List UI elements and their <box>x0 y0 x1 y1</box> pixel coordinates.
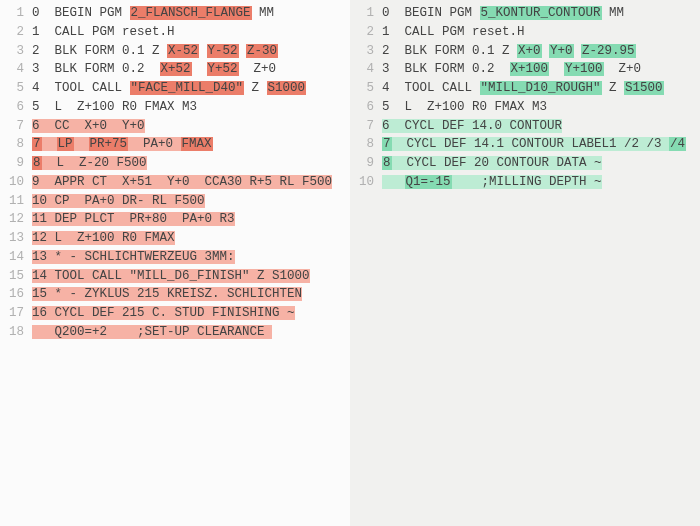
code-line: 3 BLK FORM 0.2 X+100 Y+100 Z+0 <box>382 60 692 79</box>
code-line: 6 CC X+0 Y+0 <box>32 117 342 136</box>
diff-word: /4 <box>669 137 686 151</box>
code-row: 1413 * - SCHLICHTWERZEUG 3MM: <box>8 248 342 267</box>
code-row: 43 BLK FORM 0.2 X+52 Y+52 Z+0 <box>8 60 342 79</box>
line-number: 13 <box>8 229 32 248</box>
code-row: 1716 CYCL DEF 215 C. STUD FINISHING ~ <box>8 304 342 323</box>
diff-line: CYCL DEF 14.1 CONTOUR LABEL1 /2 /3 <box>392 137 670 151</box>
code-line: 5 L Z+100 R0 FMAX M3 <box>32 98 342 117</box>
code-text: 3 BLK FORM 0.2 <box>382 62 510 76</box>
diff-word: Q1=-15 <box>405 175 452 189</box>
line-number: 6 <box>8 98 32 117</box>
code-row: 32 BLK FORM 0.1 Z X-52 Y-52 Z-30 <box>8 42 342 61</box>
line-number: 4 <box>358 60 382 79</box>
code-line: 0 BEGIN PGM 5_KONTUR_CONTOUR MM <box>382 4 692 23</box>
diff-word: Y+52 <box>207 62 239 76</box>
code-line: 12 L Z+100 R0 FMAX <box>32 229 342 248</box>
line-number: 17 <box>8 304 32 323</box>
diff-word: PR+75 <box>89 137 129 151</box>
code-text: 1 CALL PGM reset.H <box>32 25 175 39</box>
line-number: 1 <box>8 4 32 23</box>
code-row: 87 LP PR+75 PA+0 FMAX <box>8 135 342 154</box>
diff-word: Y+0 <box>549 44 574 58</box>
code-line: 2 BLK FORM 0.1 Z X+0 Y+0 Z-29.95 <box>382 42 692 61</box>
diff-word: FMAX <box>181 137 213 151</box>
diff-word: "MILL_D10_ROUGH" <box>480 81 602 95</box>
line-number: 18 <box>8 323 32 342</box>
code-line: Q1=-15 ;MILLING DEPTH ~ <box>382 173 692 192</box>
code-row: 76 CYCL DEF 14.0 CONTOUR <box>358 117 692 136</box>
code-row: 10 BEGIN PGM 2_FLANSCH_FLANGE MM <box>8 4 342 23</box>
code-row: 1110 CP PA+0 DR- RL F500 <box>8 192 342 211</box>
code-text: 4 TOOL CALL <box>32 81 130 95</box>
diff-word: X+0 <box>517 44 542 58</box>
line-number: 6 <box>358 98 382 117</box>
diff-word: 2_FLANSCH_FLANGE <box>130 6 252 20</box>
code-line: 8 L Z-20 F500 <box>32 154 342 173</box>
code-line: 1 CALL PGM reset.H <box>32 23 342 42</box>
code-text: MM <box>602 6 625 20</box>
line-number: 9 <box>358 154 382 173</box>
line-number: 1 <box>358 4 382 23</box>
diff-pane-right: 10 BEGIN PGM 5_KONTUR_CONTOUR MM21 CALL … <box>350 0 700 526</box>
diff-word: X+100 <box>510 62 550 76</box>
code-line: Q200=+2 ;SET-UP CLEARANCE <box>32 323 342 342</box>
code-text: 3 BLK FORM 0.2 <box>32 62 160 76</box>
code-line: 2 BLK FORM 0.1 Z X-52 Y-52 Z-30 <box>32 42 342 61</box>
code-row: 87 CYCL DEF 14.1 CONTOUR LABEL1 /2 /3 /4 <box>358 135 692 154</box>
code-line: 8 CYCL DEF 20 CONTOUR DATA ~ <box>382 154 692 173</box>
code-row: 18 Q200=+2 ;SET-UP CLEARANCE <box>8 323 342 342</box>
code-line: 5 L Z+100 R0 FMAX M3 <box>382 98 692 117</box>
diff-word: Z-30 <box>246 44 278 58</box>
line-number: 5 <box>358 79 382 98</box>
code-text: 4 TOOL CALL <box>382 81 480 95</box>
diff-line: 6 CYCL DEF 14.0 CONTOUR <box>382 119 562 133</box>
code-text: 2 BLK FORM 0.1 Z <box>382 44 517 58</box>
diff-line: 14 TOOL CALL "MILL_D6_FINISH" Z S1000 <box>32 269 310 283</box>
line-number: 11 <box>8 192 32 211</box>
code-line: 15 * - ZYKLUS 215 KREISZ. SCHLICHTEN <box>32 285 342 304</box>
diff-word: Y-52 <box>207 44 239 58</box>
diff-pane-left: 10 BEGIN PGM 2_FLANSCH_FLANGE MM21 CALL … <box>0 0 350 526</box>
line-number: 3 <box>8 42 32 61</box>
code-text: MM <box>252 6 275 20</box>
diff-word: 8 <box>382 156 392 170</box>
line-number: 2 <box>8 23 32 42</box>
diff-word: 8 <box>32 156 42 170</box>
line-number: 15 <box>8 267 32 286</box>
diff-line: 10 CP PA+0 DR- RL F500 <box>32 194 205 208</box>
code-row: 65 L Z+100 R0 FMAX M3 <box>358 98 692 117</box>
code-text: 0 BEGIN PGM <box>382 6 480 20</box>
code-text <box>549 62 564 76</box>
line-number: 7 <box>8 117 32 136</box>
diff-word: Z-29.95 <box>581 44 636 58</box>
code-row: 43 BLK FORM 0.2 X+100 Y+100 Z+0 <box>358 60 692 79</box>
code-text: 0 BEGIN PGM <box>32 6 130 20</box>
diff-line: 6 CC X+0 Y+0 <box>32 119 145 133</box>
code-line: 3 BLK FORM 0.2 X+52 Y+52 Z+0 <box>32 60 342 79</box>
line-number: 8 <box>8 135 32 154</box>
diff-line: 11 DEP PLCT PR+80 PA+0 R3 <box>32 212 235 226</box>
line-number: 7 <box>358 117 382 136</box>
code-line: 11 DEP PLCT PR+80 PA+0 R3 <box>32 210 342 229</box>
code-row: 10 Q1=-15 ;MILLING DEPTH ~ <box>358 173 692 192</box>
code-line: 16 CYCL DEF 215 C. STUD FINISHING ~ <box>32 304 342 323</box>
code-text: Z+0 <box>604 62 642 76</box>
line-number: 14 <box>8 248 32 267</box>
line-number: 3 <box>358 42 382 61</box>
diff-word: X-52 <box>167 44 199 58</box>
line-number: 10 <box>8 173 32 192</box>
diff-line: PA+0 <box>128 137 181 151</box>
code-text: Z <box>244 81 267 95</box>
diff-word: 7 <box>382 137 392 151</box>
code-row: 54 TOOL CALL "FACE_MILL_D40" Z S1000 <box>8 79 342 98</box>
diff-word: S1500 <box>624 81 664 95</box>
code-row: 65 L Z+100 R0 FMAX M3 <box>8 98 342 117</box>
diff-word: X+52 <box>160 62 192 76</box>
diff-line <box>74 137 89 151</box>
line-number: 9 <box>8 154 32 173</box>
line-number: 5 <box>8 79 32 98</box>
diff-line: 15 * - ZYKLUS 215 KREISZ. SCHLICHTEN <box>32 287 302 301</box>
diff-word: "FACE_MILL_D40" <box>130 81 245 95</box>
code-row: 1514 TOOL CALL "MILL_D6_FINISH" Z S1000 <box>8 267 342 286</box>
diff-line: CYCL DEF 20 CONTOUR DATA ~ <box>392 156 602 170</box>
